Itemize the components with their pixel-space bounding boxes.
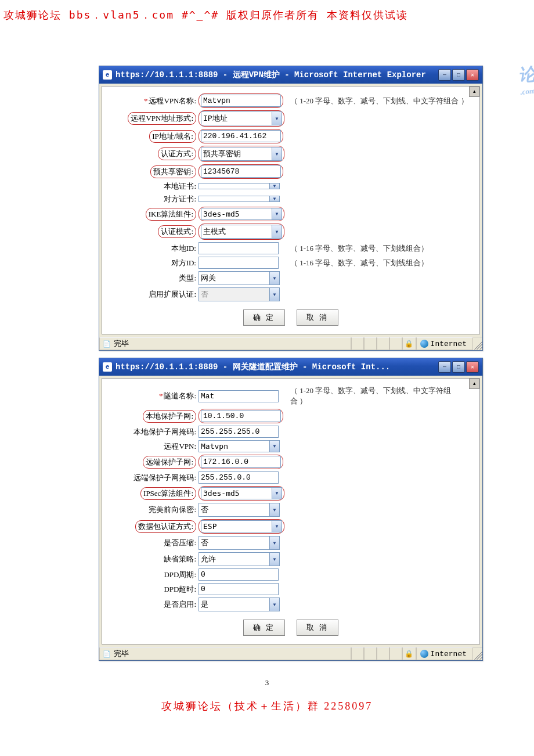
label-enabled: 是否启用: [164, 600, 196, 609]
label-auth-method: 认证方式: [158, 147, 196, 160]
globe-icon [420, 340, 428, 348]
select-auth-mode[interactable]: 主模式▼ [201, 225, 282, 239]
close-button[interactable]: ✕ [466, 69, 479, 81]
minimize-button[interactable]: ─ [438, 361, 451, 373]
chevron-down-icon: ▼ [269, 288, 279, 301]
scroll-up-icon[interactable]: ▴ [469, 87, 479, 97]
chevron-down-icon: ▼ [269, 553, 279, 566]
minimize-button[interactable]: ─ [438, 69, 451, 81]
select-local-cert[interactable]: ▼ [199, 183, 280, 189]
input-remote-subnet[interactable] [201, 456, 281, 468]
hint-peer-id: （ 1-16 字母、数字、减号、下划线组合） [290, 258, 428, 267]
titlebar[interactable]: e https://10.1.1.1:8889 - 远程VPN维护 - Micr… [99, 66, 482, 84]
label-local-mask: 本地保护子网掩码: [134, 427, 196, 436]
label-default-policy: 缺省策略: [164, 555, 196, 563]
label-peer-cert: 对方证书: [164, 195, 196, 203]
select-addr-type[interactable]: IP地址▼ [201, 111, 282, 125]
label-psk: 预共享密钥: [150, 165, 196, 178]
globe-icon [420, 650, 428, 658]
cancel-button[interactable]: 取 消 [297, 309, 338, 326]
scroll-up-icon[interactable]: ▴ [469, 379, 479, 389]
ie-icon: e [103, 362, 112, 372]
statusbar-cell [364, 337, 377, 350]
maximize-button[interactable]: □ [452, 69, 465, 81]
select-default-policy[interactable]: 允许▼ [199, 552, 280, 566]
statusbar-cell [351, 647, 364, 660]
hint-tunnel-name: （ 1-20 字母、数字、减号、下划线、中文字符组合 ） [290, 386, 453, 406]
statusbar-cell [377, 647, 389, 660]
label-auth-mode: 认证模式: [158, 225, 196, 238]
label-type: 类型: [179, 273, 196, 282]
chevron-down-icon: ▼ [269, 183, 279, 189]
vpn-form: *远程VPN名称: （ 1-20 字母、数字、减号、下划线、中文字符组合 ） 远… [108, 92, 470, 303]
label-ipsec: IPSec算法组件: [140, 487, 196, 500]
statusbar-cell [351, 337, 364, 350]
chevron-down-icon: ▼ [269, 441, 279, 452]
label-local-subnet: 本地保护子网: [143, 410, 196, 423]
chevron-down-icon: ▼ [269, 272, 279, 285]
input-tunnel-name[interactable] [199, 390, 279, 402]
label-pkt-auth: 数据包认证方式: [135, 520, 196, 533]
page-footer-watermark: 攻城狮论坛（技术＋生活）群 2258097 [0, 699, 534, 719]
statusbar: 📄 完毕 🔒 Internet [99, 647, 482, 660]
select-pfs[interactable]: 否▼ [199, 503, 280, 517]
lock-icon: 🔒 [402, 647, 416, 660]
input-local-subnet[interactable] [201, 410, 281, 422]
input-dpd-timeout[interactable] [199, 583, 279, 595]
cancel-button[interactable]: 取 消 [297, 620, 338, 636]
chevron-down-icon: ▼ [269, 598, 279, 611]
content-area: ▴ *远程VPN名称: （ 1-20 字母、数字、减号、下划线、中文字符组合 ）… [102, 86, 480, 334]
label-dpd-timeout: DPD超时: [164, 585, 196, 593]
select-pkt-auth[interactable]: ESP▼ [201, 520, 282, 532]
select-ext-auth: 否▼ [199, 287, 280, 301]
resize-grip-icon[interactable] [473, 338, 482, 350]
label-remote-vpn: 远程VPN: [164, 442, 196, 451]
input-dpd-period[interactable] [199, 568, 279, 581]
close-button[interactable]: ✕ [466, 361, 479, 373]
select-ike[interactable]: 3des-md5▼ [201, 208, 282, 220]
status-text: 完毕 [114, 339, 129, 349]
chevron-down-icon: ▼ [269, 537, 279, 549]
ok-button[interactable]: 确 定 [243, 309, 285, 326]
select-compress[interactable]: 否▼ [199, 536, 280, 550]
resize-grip-icon[interactable] [473, 648, 482, 660]
input-local-mask[interactable] [199, 426, 279, 438]
chevron-down-icon: ▼ [272, 112, 282, 125]
input-local-id[interactable] [199, 242, 279, 254]
status-text: 完毕 [114, 649, 129, 659]
label-ike: IKE算法组件: [146, 208, 196, 221]
label-pfs: 完美前向保密: [149, 505, 196, 514]
label-compress: 是否压缩: [164, 538, 196, 547]
label-dpd-period: DPD周期: [164, 570, 196, 579]
site-watermark: 论坛 .com [517, 60, 534, 97]
select-remote-vpn[interactable]: Matvpn▼ [199, 440, 280, 452]
statusbar: 📄 完毕 🔒 Internet [99, 337, 482, 350]
security-zone: Internet [416, 337, 473, 350]
maximize-button[interactable]: □ [452, 361, 465, 373]
input-peer-id[interactable] [199, 257, 279, 269]
hint-local-id: （ 1-16 字母、数字、减号、下划线组合） [290, 244, 428, 253]
ok-button[interactable]: 确 定 [243, 620, 285, 636]
input-vpn-name[interactable] [201, 95, 281, 107]
select-peer-cert[interactable]: ▼ [199, 196, 280, 202]
label-ip-domain: IP地址/域名: [149, 130, 196, 143]
input-remote-mask[interactable] [199, 471, 279, 484]
page-icon: 📄 [102, 339, 111, 348]
input-psk[interactable] [201, 165, 281, 178]
select-type[interactable]: 网关▼ [199, 271, 280, 285]
statusbar-cell [377, 337, 389, 350]
label-local-cert: 本地证书: [164, 182, 196, 190]
select-auth-method[interactable]: 预共享密钥▼ [201, 147, 282, 161]
label-vpn-name: 远程VPN名称: [149, 96, 196, 105]
security-zone: Internet [416, 647, 473, 660]
window-title: https://10.1.1.1:8889 - 网关隧道配置维护 - Micro… [116, 362, 438, 372]
label-local-id: 本地ID: [171, 244, 196, 253]
page-icon: 📄 [102, 649, 111, 658]
label-tunnel-name: 隧道名称: [164, 391, 196, 400]
select-ipsec[interactable]: 3des-md5▼ [201, 487, 282, 499]
titlebar[interactable]: e https://10.1.1.1:8889 - 网关隧道配置维护 - Mic… [99, 358, 482, 376]
input-ip-domain[interactable] [201, 130, 281, 142]
chevron-down-icon: ▼ [272, 225, 282, 238]
select-enabled[interactable]: 是▼ [199, 597, 280, 611]
statusbar-cell [364, 647, 377, 660]
